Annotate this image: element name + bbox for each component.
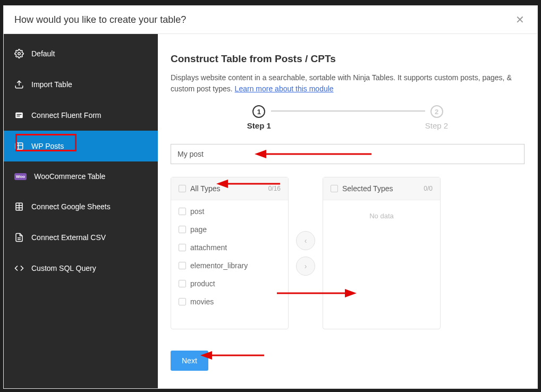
modal-body: Default Import Table Connect Fluent Form…	[4, 34, 537, 388]
empty-text: No data	[323, 202, 440, 220]
create-table-modal: How would you like to create your table?…	[3, 5, 538, 389]
list-item[interactable]: attachment	[171, 238, 288, 257]
all-types-panel: All Types 0/16 post page attachment elem…	[171, 177, 289, 329]
list-item[interactable]: elementor_library	[171, 257, 288, 275]
list-item[interactable]: post	[171, 202, 288, 220]
item-checkbox[interactable]	[179, 244, 186, 251]
panel-header: All Types 0/16	[171, 177, 288, 200]
svg-point-0	[18, 53, 21, 55]
learn-more-link[interactable]: Learn more about this module	[235, 84, 334, 93]
steps-indicator: 1 Step 1 2 Step 2	[171, 105, 525, 130]
woo-icon: Woo	[14, 173, 27, 180]
form-icon	[14, 110, 24, 120]
select-all-checkbox[interactable]	[331, 185, 338, 192]
list-item[interactable]: product	[171, 275, 288, 293]
step-circle: 2	[430, 105, 443, 118]
step-circle: 1	[252, 105, 265, 118]
panel-header: Selected Types 0/0	[323, 177, 440, 200]
sidebar-item-label: Connect Google Sheets	[31, 202, 111, 211]
panel-count: 0/16	[268, 185, 281, 192]
table-name-input[interactable]	[171, 144, 525, 164]
all-types-list[interactable]: post page attachment elementor_library p…	[171, 200, 288, 329]
chevron-left-icon: ‹	[305, 236, 307, 245]
chevron-right-icon: ›	[305, 262, 307, 270]
selected-types-panel: Selected Types 0/0 No data	[323, 177, 441, 329]
step-1: 1 Step 1	[247, 105, 271, 130]
annotation-arrow	[200, 350, 264, 361]
item-checkbox[interactable]	[179, 208, 186, 215]
item-checkbox[interactable]	[179, 298, 186, 305]
transfer-buttons: ‹ ›	[296, 177, 315, 329]
svg-rect-5	[15, 143, 23, 149]
selected-types-list[interactable]: No data	[323, 200, 440, 329]
posts-icon	[14, 141, 24, 151]
content-area: Construct Table from Posts / CPTs Displa…	[158, 34, 537, 388]
panel-count: 0/0	[424, 185, 433, 192]
content-description: Displays website content in a searchable…	[171, 72, 525, 95]
sidebar-item-sql-query[interactable]: Custom SQL Query	[4, 253, 158, 284]
sidebar-item-fluent-form[interactable]: Connect Fluent Form	[4, 100, 158, 131]
close-button[interactable]: ✕	[513, 13, 527, 26]
panel-title: All Types	[190, 184, 264, 193]
move-right-button[interactable]: ›	[296, 257, 315, 276]
item-checkbox[interactable]	[179, 280, 186, 287]
modal-title: How would you like to create your table?	[14, 14, 186, 25]
panel-title: Selected Types	[342, 184, 419, 193]
sidebar-item-label: WooCommerce Table	[34, 172, 105, 181]
content-title: Construct Table from Posts / CPTs	[171, 53, 525, 65]
gear-icon	[14, 49, 24, 58]
step-label: Step 2	[425, 121, 448, 130]
close-icon: ✕	[515, 14, 525, 25]
select-all-checkbox[interactable]	[179, 185, 186, 192]
file-icon	[14, 233, 24, 242]
item-checkbox[interactable]	[179, 226, 186, 233]
sidebar-item-label: Import Table	[31, 80, 72, 89]
sidebar-item-label: WP Posts	[31, 142, 64, 150]
next-button[interactable]: Next	[171, 351, 208, 371]
sidebar-item-label: Default	[31, 49, 55, 58]
sidebar-item-import-table[interactable]: Import Table	[4, 69, 158, 100]
sidebar-item-external-csv[interactable]: Connect External CSV	[4, 222, 158, 253]
list-item[interactable]: page	[171, 220, 288, 238]
item-checkbox[interactable]	[179, 262, 186, 269]
step-2: 2 Step 2	[425, 105, 448, 130]
sheets-icon	[14, 202, 24, 211]
sidebar-item-woocommerce[interactable]: Woo WooCommerce Table	[4, 161, 158, 191]
sidebar: Default Import Table Connect Fluent Form…	[4, 34, 158, 388]
svg-rect-4	[17, 116, 20, 117]
transfer-widget: All Types 0/16 post page attachment elem…	[171, 177, 525, 329]
upload-icon	[14, 80, 24, 89]
step-label: Step 1	[247, 121, 271, 130]
sidebar-item-google-sheets[interactable]: Connect Google Sheets	[4, 191, 158, 222]
sidebar-item-label: Connect Fluent Form	[31, 111, 102, 120]
svg-rect-3	[17, 114, 22, 115]
modal-header: How would you like to create your table?…	[4, 6, 537, 34]
sidebar-item-wp-posts[interactable]: WP Posts	[4, 131, 158, 161]
code-icon	[14, 263, 24, 273]
sidebar-item-default[interactable]: Default	[4, 38, 158, 69]
sidebar-item-label: Connect External CSV	[31, 233, 106, 242]
step-connector	[271, 110, 425, 112]
list-item[interactable]: movies	[171, 293, 288, 311]
sidebar-item-label: Custom SQL Query	[31, 264, 96, 272]
svg-rect-2	[15, 113, 23, 118]
move-left-button[interactable]: ‹	[296, 231, 315, 250]
